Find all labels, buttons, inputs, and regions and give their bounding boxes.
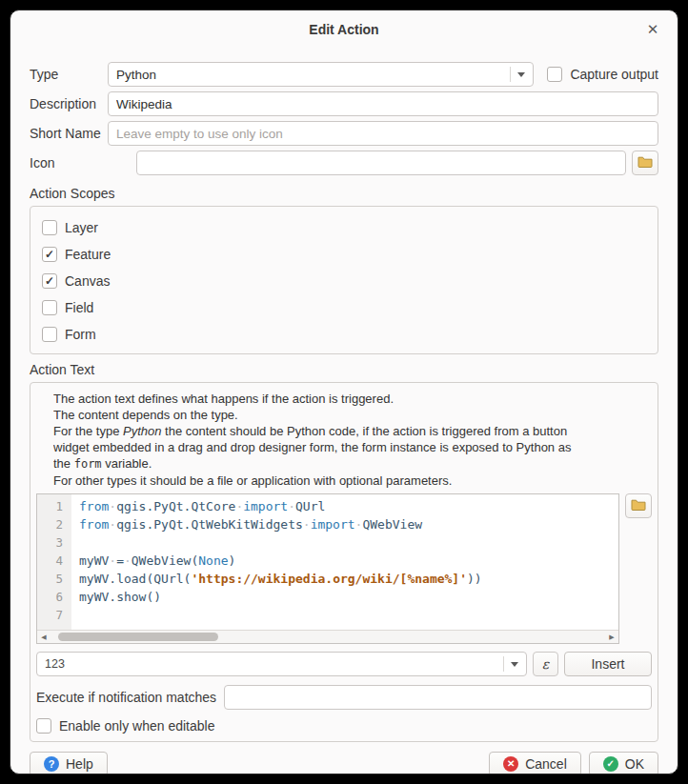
description-line: the form variable. (53, 455, 652, 472)
cancel-icon: ✕ (503, 756, 518, 772)
icon-path-input[interactable] (136, 151, 626, 175)
capture-output-label: Capture output (570, 67, 658, 82)
short-name-input[interactable] (108, 121, 658, 146)
scroll-thumb[interactable] (58, 633, 218, 641)
scope-field-checkbox[interactable] (42, 300, 57, 315)
chevron-down-icon (517, 72, 525, 77)
cancel-button-label: Cancel (525, 756, 567, 772)
help-icon: ? (44, 756, 59, 772)
capture-output-box[interactable] (547, 67, 562, 82)
description-line: widget embedded in a drag and drop desig… (53, 439, 652, 455)
description-line: For other types it should be a file or a… (53, 472, 652, 489)
scope-feature-label: Feature (65, 247, 111, 262)
code-line: 2from·qgis.PyQt.QtWebKitWidgets·import·Q… (37, 515, 618, 533)
epsilon-icon: ε (542, 656, 549, 672)
notification-input[interactable] (224, 685, 652, 710)
expression-builder-button[interactable]: ε (533, 652, 558, 676)
open-file-button[interactable] (625, 493, 652, 518)
scope-form-label: Form (65, 327, 96, 342)
line-number: 3 (37, 533, 71, 552)
description-line: For the type Python the content should b… (53, 423, 652, 439)
scope-feature[interactable]: ✓ Feature (42, 241, 646, 268)
variable-combobox-value: 123 (45, 657, 503, 671)
variable-insert-row: 123 ε Insert (36, 652, 652, 676)
code-text: from·qgis.PyQt.QtWebKitWidgets·import·QW… (71, 515, 422, 533)
action-scopes-group: Layer ✓ Feature ✓ Canvas Field Form (30, 206, 658, 354)
short-name-row: Short Name (30, 121, 658, 146)
code-section: 1from·qgis.PyQt.QtCore·import·QUrl 2from… (36, 493, 652, 644)
combo-separator (503, 656, 504, 672)
action-text-group: The action text defines what happens if … (30, 382, 658, 742)
enable-when-editable[interactable]: Enable only when editable (36, 718, 652, 734)
line-number: 2 (37, 515, 71, 533)
line-number: 5 (37, 570, 71, 588)
scroll-track[interactable] (51, 631, 605, 643)
line-number: 1 (37, 497, 71, 515)
close-icon: ✕ (647, 21, 659, 38)
scope-form-checkbox[interactable] (42, 327, 57, 342)
button-box: ? Help ✕ Cancel ✓ OK (30, 742, 658, 774)
description-label: Description (30, 96, 108, 111)
ok-button-label: OK (625, 756, 644, 772)
code-line: 7 (37, 606, 618, 624)
code-editor[interactable]: 1from·qgis.PyQt.QtCore·import·QUrl 2from… (36, 493, 619, 644)
folder-icon (637, 154, 653, 171)
capture-output-checkbox[interactable]: Capture output (547, 67, 658, 82)
enable-when-editable-label: Enable only when editable (59, 718, 214, 734)
type-row: Type Python Capture output (30, 62, 658, 87)
code-text: myWV.load(QUrl('https://wikipedia.org/wi… (71, 570, 482, 588)
description-line: The action text defines what happens if … (53, 391, 652, 407)
code-line: 1from·qgis.PyQt.QtCore·import·QUrl (37, 497, 618, 515)
scope-field[interactable]: Field (42, 294, 646, 321)
code-text: myWV.show() (71, 588, 161, 606)
scope-feature-checkbox[interactable]: ✓ (42, 247, 57, 262)
scope-form[interactable]: Form (42, 321, 646, 348)
chevron-down-icon (511, 662, 518, 667)
code-text (71, 533, 79, 552)
type-combobox-value: Python (116, 68, 510, 82)
scope-layer-checkbox[interactable] (42, 220, 57, 235)
ok-icon: ✓ (603, 756, 618, 772)
code-lines: 1from·qgis.PyQt.QtCore·import·QUrl 2from… (37, 497, 618, 624)
notification-row: Execute if notification matches (36, 685, 652, 710)
scroll-right-icon[interactable]: ▶ (605, 631, 618, 643)
scope-canvas-label: Canvas (65, 273, 110, 289)
horizontal-scrollbar[interactable]: ◀ ▶ (37, 630, 618, 643)
scope-layer-label: Layer (65, 220, 98, 235)
type-combobox[interactable]: Python (108, 62, 534, 87)
ok-button[interactable]: ✓ OK (589, 752, 658, 774)
scope-canvas-checkbox[interactable]: ✓ (42, 273, 57, 289)
code-text (71, 606, 79, 624)
code-line: 3 (37, 533, 618, 552)
combo-separator (510, 67, 511, 82)
cancel-button[interactable]: ✕ Cancel (489, 752, 581, 774)
line-number: 6 (37, 588, 71, 606)
icon-label: Icon (30, 155, 108, 171)
variable-combobox[interactable]: 123 (36, 652, 527, 676)
type-label: Type (30, 67, 108, 82)
description-input[interactable] (108, 91, 658, 116)
scope-layer[interactable]: Layer (42, 214, 646, 241)
folder-icon (631, 497, 646, 514)
insert-button[interactable]: Insert (564, 652, 652, 676)
enable-when-editable-checkbox[interactable] (36, 718, 51, 734)
edit-action-dialog: Edit Action ✕ Type Python Capture output… (10, 10, 678, 774)
code-line: 6myWV.show() (37, 588, 618, 606)
scope-canvas[interactable]: ✓ Canvas (42, 268, 646, 294)
code-text: myWV·=·QWebView(None) (71, 552, 235, 570)
icon-row: Icon (30, 151, 658, 175)
line-number: 7 (37, 606, 71, 624)
titlebar[interactable]: Edit Action ✕ (10, 10, 678, 49)
notification-label: Execute if notification matches (36, 690, 216, 705)
code-line: 4myWV·=·QWebView(None) (37, 552, 618, 570)
scroll-left-icon[interactable]: ◀ (37, 631, 51, 643)
browse-icon-button[interactable] (632, 151, 658, 175)
action-text-heading: Action Text (30, 362, 658, 377)
window-title: Edit Action (309, 22, 378, 37)
code-text: from·qgis.PyQt.QtCore·import·QUrl (71, 497, 325, 515)
help-button-label: Help (66, 756, 93, 772)
description-row: Description (30, 91, 658, 116)
code-line: 5myWV.load(QUrl('https://wikipedia.org/w… (37, 570, 618, 588)
help-button[interactable]: ? Help (30, 752, 108, 774)
close-button[interactable]: ✕ (643, 20, 662, 39)
